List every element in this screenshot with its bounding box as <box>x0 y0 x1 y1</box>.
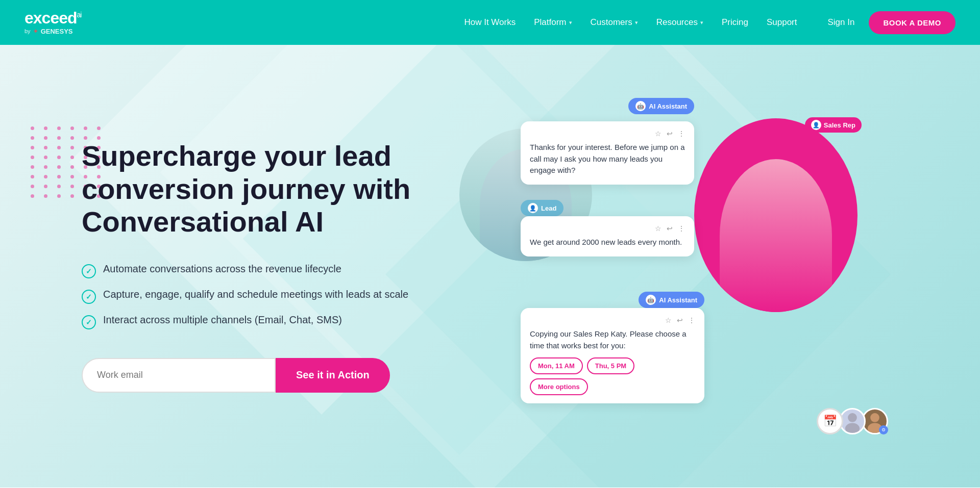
bubble-actions-1: ☆ ↩ ⋮ <box>530 130 685 138</box>
ai-icon-1: 🤖 <box>635 101 646 111</box>
check-icon-2 <box>82 290 96 304</box>
ai-assistant-label-2: 🤖 AI Assistant <box>639 292 704 308</box>
feature-item-1: Automate conversations across the revenu… <box>82 263 429 278</box>
nav-customers[interactable]: Customers ▾ <box>591 17 638 28</box>
woman-image <box>720 159 832 312</box>
bubble-actions-2: ☆ ↩ ⋮ <box>530 224 685 233</box>
svg-point-1 <box>845 423 860 434</box>
more-icon-2[interactable]: ⋮ <box>678 224 685 233</box>
logo-exceed: exceedai <box>24 10 81 26</box>
hero-left: Supercharge your lead conversion journey… <box>82 140 429 392</box>
feature-item-3: Interact across multiple channels (Email… <box>82 314 429 329</box>
svg-point-0 <box>848 413 857 422</box>
nav-support[interactable]: Support <box>767 17 797 28</box>
chat-bubble-1: ☆ ↩ ⋮ Thanks for your interest. Before w… <box>521 121 694 185</box>
svg-point-2 <box>870 413 879 422</box>
nav-how-it-works[interactable]: How It Works <box>464 17 516 28</box>
bubble-text-1: Thanks for your interest. Before we jump… <box>530 142 685 176</box>
chat-bubble-3: ☆ ↩ ⋮ Copying our Sales Rep Katy. Please… <box>521 308 704 403</box>
feature-item-2: Capture, engage, qualify and schedule me… <box>82 289 429 304</box>
more-icon-3[interactable]: ⋮ <box>688 316 695 324</box>
hero-content: Supercharge your lead conversion journey… <box>0 57 980 475</box>
main-nav: How It Works Platform ▾ Customers ▾ Reso… <box>464 17 797 28</box>
chevron-down-icon: ▾ <box>635 19 638 26</box>
reply-icon-2[interactable]: ↩ <box>667 224 673 233</box>
hero-section: (function(){ var dp = document.querySele… <box>0 45 980 487</box>
hero-title: Supercharge your lead conversion journey… <box>82 140 429 238</box>
logo[interactable]: exceedai by ✦ GENESYS <box>24 10 81 35</box>
reply-icon-3[interactable]: ↩ <box>677 316 683 324</box>
nav-pricing[interactable]: Pricing <box>722 17 748 28</box>
nav-platform[interactable]: Platform ▾ <box>534 17 572 28</box>
time-option-mon[interactable]: Mon, 11 AM <box>530 357 583 374</box>
hero-right: 👤 Sales Rep 🤖 AI Assistant ☆ ↩ ⋮ <box>459 88 898 445</box>
reply-icon[interactable]: ↩ <box>667 130 673 138</box>
salesrep-icon: 👤 <box>811 120 821 130</box>
calendar-icon: 📅 ⚙ <box>817 408 843 434</box>
star-icon-3[interactable]: ☆ <box>665 316 672 324</box>
bottom-avatar-group: 📅 ⚙ <box>821 408 888 434</box>
sign-in-link[interactable]: Sign In <box>828 17 855 28</box>
person-woman-avatar <box>694 118 857 312</box>
book-demo-button[interactable]: BOOK A DEMO <box>869 11 955 34</box>
nav-resources[interactable]: Resources ▾ <box>656 17 703 28</box>
check-icon-1 <box>82 264 96 278</box>
header-actions: Sign In BOOK A DEMO <box>828 11 956 34</box>
email-input[interactable] <box>82 358 276 393</box>
chevron-down-icon: ▾ <box>700 19 703 26</box>
ai-assistant-label-1: 🤖 AI Assistant <box>628 98 694 114</box>
feature-text-1: Automate conversations across the revenu… <box>103 263 341 275</box>
hero-features: Automate conversations across the revenu… <box>82 263 429 329</box>
hero-form: See it in Action <box>82 358 429 393</box>
time-option-thu[interactable]: Thu, 5 PM <box>587 357 634 374</box>
star-icon[interactable]: ☆ <box>655 130 662 138</box>
bubble-actions-3: ☆ ↩ ⋮ <box>530 316 695 324</box>
sales-rep-label: 👤 Sales Rep <box>805 117 862 133</box>
star-icon-2[interactable]: ☆ <box>655 224 662 233</box>
bubble-text-2: We get around 2000 new leads every month… <box>530 237 685 248</box>
feature-text-2: Capture, engage, qualify and schedule me… <box>103 289 408 300</box>
chat-section-1: 🤖 AI Assistant ☆ ↩ ⋮ Thanks for your int… <box>521 98 694 185</box>
lead-label: 👤 Lead <box>521 200 564 216</box>
lead-icon: 👤 <box>528 203 538 213</box>
chat-section-3: 🤖 AI Assistant ☆ ↩ ⋮ Copying our Sales R… <box>521 292 704 403</box>
feature-text-3: Interact across multiple channels (Email… <box>103 314 342 326</box>
cta-button[interactable]: See it in Action <box>276 358 390 393</box>
time-options: Mon, 11 AM Thu, 5 PM More options <box>530 357 695 395</box>
chevron-down-icon: ▾ <box>569 19 572 26</box>
logo-genesys: by ✦ GENESYS <box>24 27 81 35</box>
chat-section-2: 👤 Lead ☆ ↩ ⋮ We get around 2000 new lead… <box>521 200 694 256</box>
chat-bubble-2: ☆ ↩ ⋮ We get around 2000 new leads every… <box>521 216 694 256</box>
main-header: exceedai by ✦ GENESYS How It Works Platf… <box>0 0 980 45</box>
ai-icon-2: 🤖 <box>646 295 656 305</box>
check-icon-3 <box>82 315 96 329</box>
more-icon[interactable]: ⋮ <box>678 130 685 138</box>
time-option-more[interactable]: More options <box>530 378 588 395</box>
bubble-text-3: Copying our Sales Rep Katy. Please choos… <box>530 328 695 351</box>
